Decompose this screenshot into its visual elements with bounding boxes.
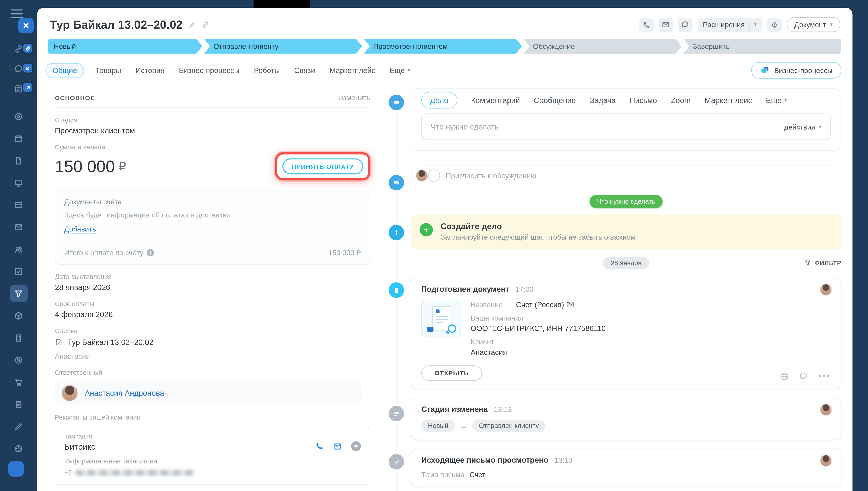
page-icon — [14, 156, 23, 165]
document-preview[interactable] — [421, 301, 461, 337]
comment-icon[interactable] — [799, 371, 808, 381]
add-document-link[interactable]: Добавить — [64, 225, 96, 233]
company-mail-icon[interactable] — [333, 441, 342, 451]
stage-discussion[interactable]: Обсуждение — [523, 39, 682, 54]
responsible-name-link[interactable]: Анастасия Андронова — [85, 388, 164, 397]
due-date-value: 4 февраля 2026 — [55, 310, 370, 319]
doc-company-value: ООО "1С-БИТРИКС", ИНН 7717586110 — [471, 324, 606, 333]
collapse-button[interactable] — [18, 18, 34, 33]
sidebar-item-settings[interactable] — [0, 437, 37, 460]
stage-finish[interactable]: Завершить — [683, 39, 841, 54]
sidebar-bottom-button[interactable] — [8, 461, 24, 477]
invite-row[interactable]: + Пригласить к обсуждению — [411, 166, 841, 185]
magnifier-icon — [448, 324, 456, 333]
extensions-button[interactable]: Расширения ▾ — [697, 18, 762, 32]
add-activity-icon[interactable]: + — [420, 223, 433, 236]
company-chat-icon[interactable] — [351, 441, 361, 451]
stage-viewed[interactable]: Просмотрен клиентом — [364, 39, 522, 54]
mail-icon — [14, 222, 23, 232]
filter-button[interactable]: ФИЛЬТР — [805, 260, 842, 266]
total-label: Итого к оплате по счёту — [64, 249, 144, 257]
tab-message[interactable]: Сообщение — [534, 96, 576, 105]
tab-more[interactable]: Еще▾ — [766, 96, 787, 105]
sidebar-item-documents[interactable] — [0, 149, 37, 172]
doc-client-label: Клиент — [471, 338, 606, 346]
avatar[interactable] — [61, 385, 78, 401]
deal-link[interactable]: Тур Байкал 13.02–20.02 — [68, 338, 153, 347]
responsible-label: Ответственный — [55, 369, 370, 376]
tab-relations[interactable]: Связи — [294, 66, 315, 75]
company-phone-prefix: +7 — [64, 469, 72, 476]
tab-history[interactable]: История — [136, 66, 164, 75]
tab-robots[interactable]: Роботы — [254, 66, 279, 75]
sidebar-item-sign[interactable] — [0, 415, 37, 437]
open-document-button[interactable]: ОТКРЫТЬ — [421, 365, 482, 381]
settings-button[interactable]: ⚙ — [767, 18, 782, 32]
deal-doc-icon — [55, 338, 63, 346]
sidebar-item-automation[interactable] — [0, 305, 37, 327]
sidebar-item-company[interactable] — [0, 327, 37, 349]
amount-field-label: Сумма и валюта — [55, 143, 370, 151]
close-icon — [23, 22, 29, 29]
tab-letter[interactable]: Письмо — [630, 96, 657, 105]
edit-title-icon[interactable] — [188, 21, 196, 28]
tab-zoom[interactable]: Zoom — [671, 96, 691, 105]
avatar[interactable] — [820, 284, 832, 296]
tab-general[interactable]: Общие — [46, 63, 84, 78]
stage-new[interactable]: Новый — [48, 39, 202, 54]
actions-dropdown[interactable]: действия ▾ — [784, 122, 822, 131]
sidebar-item-sales[interactable] — [0, 349, 37, 371]
app-sidebar — [0, 0, 37, 491]
more-actions-icon[interactable]: ••• — [818, 371, 831, 381]
todo-input[interactable] — [430, 122, 784, 131]
feedback-button[interactable] — [678, 18, 692, 32]
tab-task[interactable]: Задача — [590, 96, 616, 105]
calendar-icon — [14, 134, 23, 143]
menu-icon[interactable] — [11, 9, 23, 18]
info-icon[interactable]: ? — [147, 249, 154, 256]
avatar[interactable] — [820, 455, 832, 467]
stage-sent[interactable]: Отправлен клиенту — [204, 39, 362, 54]
task-check-icon — [14, 266, 23, 276]
email-button[interactable] — [658, 18, 673, 32]
sidebar-item-contracts[interactable] — [0, 393, 37, 415]
sidebar-item-clients[interactable] — [0, 238, 37, 260]
content-area: i ОСНОВНОЕ изменить Стадия Просмотрен кл… — [37, 85, 852, 487]
tab-more[interactable]: Еще▾ — [390, 66, 410, 75]
company-box: Компания Битрикс Информационные технолог… — [55, 426, 370, 485]
sidebar-item-crm[interactable] — [0, 105, 37, 127]
avatar[interactable] — [820, 404, 832, 416]
sidebar-item-shop[interactable] — [0, 371, 37, 393]
tab-marketplace[interactable]: Маркетплейс — [705, 96, 752, 105]
sidebar-item-calendar[interactable] — [0, 127, 37, 149]
company-call-icon[interactable] — [315, 442, 324, 451]
sidebar-item-sales-funnel[interactable] — [0, 282, 37, 305]
accept-payment-button[interactable]: ПРИНЯТЬ ОПЛАТУ — [282, 158, 363, 174]
stage-field-value: Просмотрен клиентом — [55, 126, 370, 135]
tab-comment[interactable]: Комментарий — [471, 96, 520, 105]
next-step-pill[interactable]: Что нужно сделать — [590, 195, 662, 208]
tab-business-processes[interactable]: Бизнес-процессы — [179, 66, 240, 75]
redacted-contact-info — [75, 470, 194, 475]
copy-link-icon[interactable] — [201, 21, 209, 28]
call-button[interactable] — [639, 18, 654, 32]
sidebar-item-mail[interactable] — [0, 216, 37, 238]
tab-marketplace[interactable]: Маркетплейс — [330, 66, 376, 75]
card-icon — [14, 200, 23, 209]
sidebar-item-tasks[interactable] — [0, 260, 37, 282]
arrow-right-icon: → — [460, 422, 467, 430]
company-name: Битрикс — [64, 441, 95, 451]
sidebar-item-video[interactable] — [0, 172, 37, 194]
entry-time: 13:13 — [494, 405, 512, 414]
sidebar-item-bank[interactable] — [0, 194, 37, 216]
bp-icon — [760, 66, 770, 75]
tab-products[interactable]: Товары — [95, 66, 121, 75]
print-icon[interactable] — [780, 371, 789, 381]
tab-deal-activity[interactable]: Дело — [421, 92, 457, 109]
page-title: Тур Байкал 13.02–20.02 — [50, 18, 183, 31]
add-participant-icon[interactable]: + — [428, 169, 440, 181]
business-processes-button[interactable]: Бизнес-процессы — [751, 62, 841, 79]
edit-link[interactable]: изменить — [339, 94, 370, 102]
feed-icon — [14, 84, 23, 93]
document-button[interactable]: Документ ▾ — [787, 17, 840, 32]
